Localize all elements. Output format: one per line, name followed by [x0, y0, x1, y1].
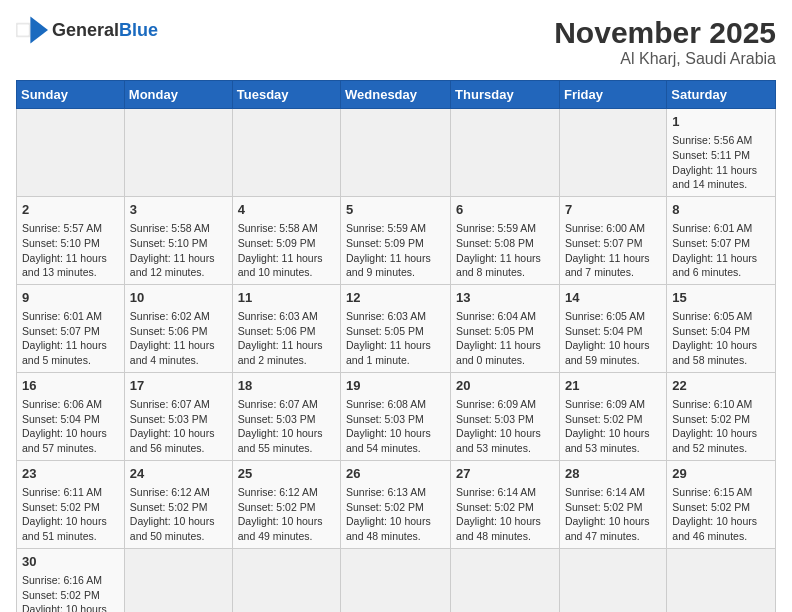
day-info: Sunrise: 6:12 AMSunset: 5:02 PMDaylight:… [238, 485, 335, 544]
calendar-cell: 3Sunrise: 5:58 AMSunset: 5:10 PMDaylight… [124, 196, 232, 284]
calendar-cell: 30Sunrise: 6:16 AMSunset: 5:02 PMDayligh… [17, 548, 125, 612]
day-number: 10 [130, 289, 227, 307]
calendar-cell: 21Sunrise: 6:09 AMSunset: 5:02 PMDayligh… [559, 372, 666, 460]
calendar-week-row: 23Sunrise: 6:11 AMSunset: 5:02 PMDayligh… [17, 460, 776, 548]
weekday-header-wednesday: Wednesday [341, 81, 451, 109]
day-number: 8 [672, 201, 770, 219]
day-number: 9 [22, 289, 119, 307]
day-info: Sunrise: 6:09 AMSunset: 5:03 PMDaylight:… [456, 397, 554, 456]
day-number: 19 [346, 377, 445, 395]
calendar-cell: 4Sunrise: 5:58 AMSunset: 5:09 PMDaylight… [232, 196, 340, 284]
calendar-cell [341, 548, 451, 612]
title-block: November 2025 Al Kharj, Saudi Arabia [554, 16, 776, 68]
day-number: 11 [238, 289, 335, 307]
day-number: 24 [130, 465, 227, 483]
day-number: 1 [672, 113, 770, 131]
day-number: 30 [22, 553, 119, 571]
day-number: 22 [672, 377, 770, 395]
calendar-cell: 9Sunrise: 6:01 AMSunset: 5:07 PMDaylight… [17, 284, 125, 372]
weekday-header-monday: Monday [124, 81, 232, 109]
day-info: Sunrise: 5:58 AMSunset: 5:10 PMDaylight:… [130, 221, 227, 280]
day-number: 12 [346, 289, 445, 307]
day-info: Sunrise: 6:07 AMSunset: 5:03 PMDaylight:… [130, 397, 227, 456]
calendar-cell: 16Sunrise: 6:06 AMSunset: 5:04 PMDayligh… [17, 372, 125, 460]
location-title: Al Kharj, Saudi Arabia [554, 50, 776, 68]
day-number: 15 [672, 289, 770, 307]
day-info: Sunrise: 5:59 AMSunset: 5:08 PMDaylight:… [456, 221, 554, 280]
calendar-cell: 25Sunrise: 6:12 AMSunset: 5:02 PMDayligh… [232, 460, 340, 548]
calendar-cell: 13Sunrise: 6:04 AMSunset: 5:05 PMDayligh… [451, 284, 560, 372]
day-info: Sunrise: 5:59 AMSunset: 5:09 PMDaylight:… [346, 221, 445, 280]
calendar-week-row: 1Sunrise: 5:56 AMSunset: 5:11 PMDaylight… [17, 109, 776, 197]
day-info: Sunrise: 6:09 AMSunset: 5:02 PMDaylight:… [565, 397, 661, 456]
day-info: Sunrise: 6:05 AMSunset: 5:04 PMDaylight:… [565, 309, 661, 368]
calendar-cell: 14Sunrise: 6:05 AMSunset: 5:04 PMDayligh… [559, 284, 666, 372]
weekday-header-saturday: Saturday [667, 81, 776, 109]
day-info: Sunrise: 5:57 AMSunset: 5:10 PMDaylight:… [22, 221, 119, 280]
day-info: Sunrise: 6:02 AMSunset: 5:06 PMDaylight:… [130, 309, 227, 368]
day-info: Sunrise: 6:13 AMSunset: 5:02 PMDaylight:… [346, 485, 445, 544]
day-number: 13 [456, 289, 554, 307]
day-info: Sunrise: 6:06 AMSunset: 5:04 PMDaylight:… [22, 397, 119, 456]
calendar-cell: 23Sunrise: 6:11 AMSunset: 5:02 PMDayligh… [17, 460, 125, 548]
calendar-cell: 27Sunrise: 6:14 AMSunset: 5:02 PMDayligh… [451, 460, 560, 548]
calendar-cell: 29Sunrise: 6:15 AMSunset: 5:02 PMDayligh… [667, 460, 776, 548]
weekday-header-friday: Friday [559, 81, 666, 109]
day-info: Sunrise: 6:01 AMSunset: 5:07 PMDaylight:… [22, 309, 119, 368]
calendar-cell [232, 548, 340, 612]
calendar-cell: 6Sunrise: 5:59 AMSunset: 5:08 PMDaylight… [451, 196, 560, 284]
calendar-cell: 10Sunrise: 6:02 AMSunset: 5:06 PMDayligh… [124, 284, 232, 372]
calendar-cell [17, 109, 125, 197]
day-info: Sunrise: 6:03 AMSunset: 5:05 PMDaylight:… [346, 309, 445, 368]
calendar-cell [124, 548, 232, 612]
weekday-header-thursday: Thursday [451, 81, 560, 109]
logo-blue: Blue [119, 20, 158, 40]
page-header: GeneralBlue November 2025 Al Kharj, Saud… [16, 16, 776, 68]
day-info: Sunrise: 6:05 AMSunset: 5:04 PMDaylight:… [672, 309, 770, 368]
weekday-header-row: SundayMondayTuesdayWednesdayThursdayFrid… [17, 81, 776, 109]
calendar-week-row: 30Sunrise: 6:16 AMSunset: 5:02 PMDayligh… [17, 548, 776, 612]
day-number: 4 [238, 201, 335, 219]
day-number: 14 [565, 289, 661, 307]
calendar-week-row: 9Sunrise: 6:01 AMSunset: 5:07 PMDaylight… [17, 284, 776, 372]
calendar-cell: 12Sunrise: 6:03 AMSunset: 5:05 PMDayligh… [341, 284, 451, 372]
calendar-cell: 15Sunrise: 6:05 AMSunset: 5:04 PMDayligh… [667, 284, 776, 372]
day-number: 28 [565, 465, 661, 483]
calendar-cell [451, 548, 560, 612]
logo: GeneralBlue [16, 16, 158, 44]
calendar-cell: 26Sunrise: 6:13 AMSunset: 5:02 PMDayligh… [341, 460, 451, 548]
calendar-cell: 28Sunrise: 6:14 AMSunset: 5:02 PMDayligh… [559, 460, 666, 548]
calendar-table: SundayMondayTuesdayWednesdayThursdayFrid… [16, 80, 776, 612]
day-number: 23 [22, 465, 119, 483]
svg-rect-2 [18, 24, 29, 35]
calendar-cell: 1Sunrise: 5:56 AMSunset: 5:11 PMDaylight… [667, 109, 776, 197]
day-info: Sunrise: 6:10 AMSunset: 5:02 PMDaylight:… [672, 397, 770, 456]
day-number: 5 [346, 201, 445, 219]
day-number: 25 [238, 465, 335, 483]
svg-marker-1 [30, 16, 48, 43]
calendar-cell [232, 109, 340, 197]
calendar-cell: 5Sunrise: 5:59 AMSunset: 5:09 PMDaylight… [341, 196, 451, 284]
day-info: Sunrise: 6:01 AMSunset: 5:07 PMDaylight:… [672, 221, 770, 280]
day-info: Sunrise: 6:00 AMSunset: 5:07 PMDaylight:… [565, 221, 661, 280]
day-number: 18 [238, 377, 335, 395]
calendar-cell [341, 109, 451, 197]
day-number: 16 [22, 377, 119, 395]
day-info: Sunrise: 6:14 AMSunset: 5:02 PMDaylight:… [456, 485, 554, 544]
day-info: Sunrise: 6:11 AMSunset: 5:02 PMDaylight:… [22, 485, 119, 544]
calendar-cell: 24Sunrise: 6:12 AMSunset: 5:02 PMDayligh… [124, 460, 232, 548]
day-number: 7 [565, 201, 661, 219]
weekday-header-sunday: Sunday [17, 81, 125, 109]
calendar-week-row: 2Sunrise: 5:57 AMSunset: 5:10 PMDaylight… [17, 196, 776, 284]
day-info: Sunrise: 6:14 AMSunset: 5:02 PMDaylight:… [565, 485, 661, 544]
day-info: Sunrise: 6:07 AMSunset: 5:03 PMDaylight:… [238, 397, 335, 456]
calendar-cell [559, 109, 666, 197]
day-info: Sunrise: 6:03 AMSunset: 5:06 PMDaylight:… [238, 309, 335, 368]
calendar-week-row: 16Sunrise: 6:06 AMSunset: 5:04 PMDayligh… [17, 372, 776, 460]
calendar-cell: 20Sunrise: 6:09 AMSunset: 5:03 PMDayligh… [451, 372, 560, 460]
day-info: Sunrise: 6:16 AMSunset: 5:02 PMDaylight:… [22, 573, 119, 612]
calendar-cell: 17Sunrise: 6:07 AMSunset: 5:03 PMDayligh… [124, 372, 232, 460]
calendar-cell [667, 548, 776, 612]
logo-general: GeneralBlue [52, 20, 158, 40]
day-info: Sunrise: 5:58 AMSunset: 5:09 PMDaylight:… [238, 221, 335, 280]
